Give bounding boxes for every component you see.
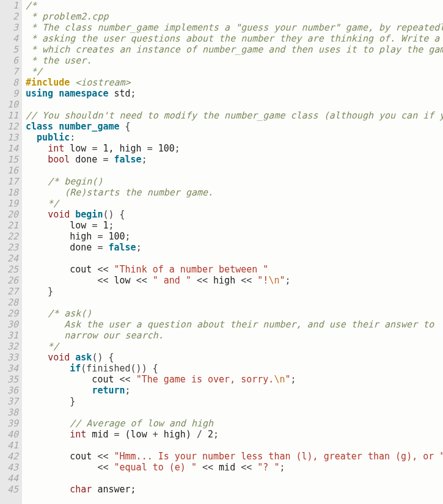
code-line: << "equal to (e) " << mid << "? ";: [26, 462, 443, 473]
code-token: cout: [26, 451, 97, 462]
code-line: Ask the user a question about their numb…: [26, 319, 443, 330]
code-line: [26, 473, 443, 484]
code-token: [26, 385, 92, 396]
code-token: */: [26, 66, 42, 77]
code-token: bool: [48, 154, 70, 165]
code-token: void: [48, 352, 70, 363]
code-token: =: [114, 429, 120, 440]
code-token: ;: [285, 275, 290, 286]
code-token: [108, 264, 114, 275]
code-line: cout << "The game is over, sorry.\n";: [26, 374, 443, 385]
code-line: class number_game {: [26, 121, 443, 132]
code-line: [26, 253, 443, 264]
code-token: low: [108, 275, 136, 286]
line-number: 18: [2, 187, 18, 198]
code-token: , high: [108, 143, 147, 154]
code-line: char answer;: [26, 484, 443, 495]
code-token: 2: [208, 429, 213, 440]
code-line: * problem2.cpp: [26, 11, 443, 22]
code-token: ;: [136, 242, 142, 253]
code-token: <iostream>: [75, 77, 130, 88]
code-line: void ask() {: [26, 352, 443, 363]
code-token: */: [26, 198, 59, 209]
code-token: low: [26, 220, 92, 231]
code-token: [70, 209, 75, 220]
code-token: using namespace: [26, 88, 114, 99]
code-token: high: [208, 275, 241, 286]
code-token: ;: [108, 220, 114, 231]
code-line: if(finished()) {: [26, 363, 443, 374]
code-token: () {: [92, 352, 114, 363]
line-number: 30: [2, 319, 18, 330]
code-token: ;: [131, 88, 136, 99]
line-number: 27: [2, 286, 18, 297]
code-token: <<: [197, 275, 208, 286]
code-line: * The class number_game implements a "gu…: [26, 22, 443, 33]
code-line: #include <iostream>: [26, 77, 443, 88]
code-token: Ask the user a question about their numb…: [26, 319, 434, 330]
line-number: 40: [2, 429, 18, 440]
code-line: void begin() {: [26, 209, 443, 220]
code-token: [26, 143, 48, 154]
code-token: "? ": [257, 462, 279, 473]
code-token: high: [26, 231, 97, 242]
code-line: cout << "Think of a number between ": [26, 264, 443, 275]
code-token: () {: [103, 209, 125, 220]
line-number: 20: [2, 209, 18, 220]
code-token: <<: [136, 275, 147, 286]
code-token: ask: [75, 352, 92, 363]
code-token: [26, 418, 70, 429]
code-line: */: [26, 198, 443, 209]
code-line: */: [26, 341, 443, 352]
line-number: 33: [2, 352, 18, 363]
code-token: class: [26, 121, 53, 132]
code-token: done: [26, 242, 97, 253]
code-token: [26, 484, 70, 495]
code-token: [191, 275, 197, 286]
line-number: 23: [2, 242, 18, 253]
code-token: [252, 275, 257, 286]
code-token: (finished()) {: [81, 363, 158, 374]
code-token: ;: [125, 385, 131, 396]
line-number: 12: [2, 121, 18, 132]
code-token: <<: [202, 462, 213, 473]
code-token: [108, 462, 114, 473]
code-line: }: [26, 286, 443, 297]
code-line: // Average of low and high: [26, 418, 443, 429]
code-line: << low << " and " << high << "!\n";: [26, 275, 443, 286]
code-line: */: [26, 66, 443, 77]
line-number: 8: [2, 77, 18, 88]
line-number: 45: [2, 484, 18, 495]
code-token: answer;: [92, 484, 136, 495]
code-line: cout << "Hmm... Is your number less than…: [26, 451, 443, 462]
code-token: [26, 176, 48, 187]
code-line: * asking the user questions about the nu…: [26, 33, 443, 44]
code-line: [26, 440, 443, 451]
code-token: ;: [142, 154, 147, 165]
code-token: high): [158, 429, 197, 440]
line-number: 38: [2, 407, 18, 418]
code-token: }: [26, 286, 53, 297]
code-token: [197, 462, 202, 473]
code-line: [26, 297, 443, 308]
code-line: public:: [26, 132, 443, 143]
code-token: [26, 462, 97, 473]
code-line: }: [26, 396, 443, 407]
code-token: {: [120, 121, 131, 132]
line-number: 29: [2, 308, 18, 319]
code-line: (Re)starts the number game.: [26, 187, 443, 198]
code-line: [26, 99, 443, 110]
code-line: narrow our search.: [26, 330, 443, 341]
line-number: 1: [2, 0, 18, 11]
code-token: ;: [213, 429, 219, 440]
code-token: 100: [108, 231, 125, 242]
code-token: mid: [86, 429, 114, 440]
line-number: 9: [2, 88, 18, 99]
code-token: "equal to (e) ": [114, 462, 197, 473]
code-token: /: [197, 429, 202, 440]
code-token: ;: [279, 462, 285, 473]
code-token: " and ": [153, 275, 191, 286]
code-token: [53, 121, 59, 132]
code-token: // You shouldn't need to modify the numb…: [26, 110, 443, 121]
code-token: [26, 429, 70, 440]
